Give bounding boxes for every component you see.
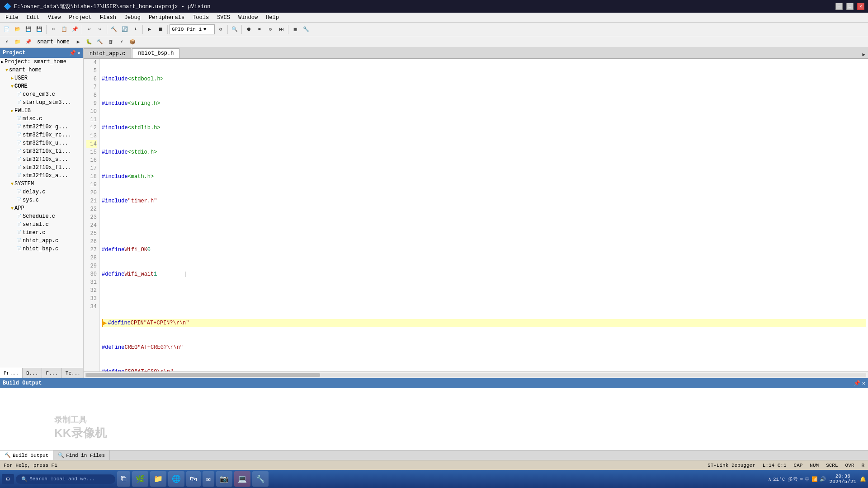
configure-button[interactable]: ⚙ xyxy=(216,24,226,34)
tb2-packages-button[interactable]: 📦 xyxy=(127,37,137,47)
menu-flash[interactable]: Flash xyxy=(96,14,120,22)
menu-edit[interactable]: Edit xyxy=(23,14,43,22)
gpio-dropdown[interactable]: GPIO_Pin_1 ▼ xyxy=(170,24,215,34)
menu-tools[interactable]: Tools xyxy=(189,14,212,22)
build-panel-close[interactable]: ✕ xyxy=(862,380,865,387)
taskbar-app-camera[interactable]: 📷 xyxy=(216,471,232,487)
stop-button[interactable]: ⏹ xyxy=(156,24,165,34)
code-editor[interactable]: 4 5 6 7 8 9 10 11 12 13 14 15 16 17 18 1… xyxy=(84,59,868,371)
menu-peripherals[interactable]: Peripherals xyxy=(145,14,188,22)
taskbar-app-edge[interactable]: 🌐 xyxy=(168,471,184,487)
build-panel-pin[interactable]: 📌 xyxy=(854,380,860,387)
title-bar-controls[interactable]: ─ □ ✕ xyxy=(835,3,864,10)
project-panel-pin[interactable]: 📌 xyxy=(69,50,76,56)
tree-item-system[interactable]: ▼ SYSTEM xyxy=(0,180,83,188)
minimize-button[interactable]: ─ xyxy=(835,3,843,10)
next-button[interactable]: ⏭ xyxy=(276,24,286,34)
copy-button[interactable]: 📋 xyxy=(59,24,69,34)
tree-item-startup[interactable]: 📄 startup_stm3... xyxy=(0,99,83,107)
notification-icon[interactable]: 🔔 xyxy=(860,476,866,482)
tree-item-stm32-t[interactable]: 📄 stm32f10x_ti... xyxy=(0,147,83,155)
tree-item-core[interactable]: ▼ CORE xyxy=(0,82,83,90)
start-button[interactable]: ⊞ xyxy=(2,474,14,484)
tb2-flash-button[interactable]: ⚡ xyxy=(117,37,127,47)
editor-tab-nbiot-app[interactable]: nbiot_app.c xyxy=(84,48,131,58)
menu-file[interactable]: File xyxy=(2,14,22,22)
tb2-debug2-button[interactable]: 🐛 xyxy=(84,37,94,47)
bottom-tab-find-in-files[interactable]: 🔍 Find in Files xyxy=(53,450,110,460)
tree-item-root[interactable]: ▶ Project: smart_home xyxy=(0,58,83,66)
panel-tab-f[interactable]: F... xyxy=(42,368,61,378)
tb2-compile-button[interactable]: 🔨 xyxy=(95,37,105,47)
open-file-button[interactable]: 📂 xyxy=(13,24,23,34)
taskbar-app-atk[interactable]: 🔧 xyxy=(252,471,269,487)
menu-help[interactable]: Help xyxy=(262,14,283,22)
tb2-btn3[interactable]: 📌 xyxy=(24,37,33,47)
tb2-clean-button[interactable]: 🗑 xyxy=(106,37,116,47)
clear-breakpoint-button[interactable]: ✖ xyxy=(255,24,264,34)
tb2-btn2[interactable]: 📁 xyxy=(13,37,23,47)
taskbar-app-taskview[interactable]: ⧉ xyxy=(117,471,130,487)
expand-icon[interactable]: ∧ xyxy=(768,476,771,482)
download-button[interactable]: ⬇ xyxy=(131,24,141,34)
menu-project[interactable]: Project xyxy=(65,14,95,22)
taskbar-search[interactable]: 🔍 Search local and we... xyxy=(16,474,115,484)
tree-item-nbiot-bsp[interactable]: 📄 nbiot_bsp.c xyxy=(0,245,83,253)
menu-debug[interactable]: Debug xyxy=(121,14,144,22)
tree-item-stm32-g[interactable]: 📄 stm32f10x_g... xyxy=(0,123,83,131)
panel-tab-b[interactable]: B... xyxy=(23,368,42,378)
tb2-btn1[interactable]: ⚡ xyxy=(2,37,12,47)
paste-button[interactable]: 📌 xyxy=(70,24,80,34)
project-panel-close[interactable]: ✕ xyxy=(77,50,80,56)
tree-item-schedule[interactable]: 📄 Schedule.c xyxy=(0,212,83,221)
menu-view[interactable]: View xyxy=(44,14,65,22)
disable-breakpoint-button[interactable]: ⊘ xyxy=(265,24,275,34)
editor-tab-nbiot-bsp[interactable]: nbiot_bsp.h xyxy=(132,48,179,58)
menu-window[interactable]: Window xyxy=(235,14,261,22)
bottom-tab-build-output[interactable]: 🔨 Build Output xyxy=(0,450,53,460)
menu-svcs[interactable]: SVCS xyxy=(213,14,234,22)
tree-item-stm32-s[interactable]: 📄 stm32f10x_s... xyxy=(0,155,83,164)
tree-item-smart-home[interactable]: ▼ smart_home xyxy=(0,66,83,74)
build-button[interactable]: 🔨 xyxy=(109,24,119,34)
tree-item-nbiot-app[interactable]: 📄 nbiot_app.c xyxy=(0,237,83,245)
tb2-run-button[interactable]: ▶ xyxy=(73,37,83,47)
tab-scroll-button[interactable]: ▶ xyxy=(859,51,868,58)
panel-tab-te[interactable]: Te... xyxy=(62,368,84,378)
tree-item-sys[interactable]: 📄 sys.c xyxy=(0,196,83,204)
taskbar-app-mail[interactable]: ✉ xyxy=(203,471,214,487)
rebuild-button[interactable]: 🔄 xyxy=(120,24,130,34)
tree-item-stm32-u[interactable]: 📄 stm32f10x_u... xyxy=(0,139,83,147)
taskbar-app-browser[interactable]: 🌿 xyxy=(132,471,148,487)
maximize-button[interactable]: □ xyxy=(846,3,854,10)
tree-item-timer[interactable]: 📄 timer.c xyxy=(0,229,83,237)
tree-item-stm32-a[interactable]: 📄 stm32f10x_a... xyxy=(0,172,83,180)
save-all-button[interactable]: 💾 xyxy=(34,24,44,34)
new-file-button[interactable]: 📄 xyxy=(2,24,12,34)
cut-button[interactable]: ✂ xyxy=(48,24,58,34)
redo-button[interactable]: ↪ xyxy=(95,24,105,34)
search-button[interactable]: 🔍 xyxy=(230,24,240,34)
tree-item-serial[interactable]: 📄 serial.c xyxy=(0,221,83,229)
save-button[interactable]: 💾 xyxy=(24,24,33,34)
tree-item-misc[interactable]: 📄 misc.c xyxy=(0,115,83,123)
close-button[interactable]: ✕ xyxy=(857,3,864,10)
tree-item-core-cm3[interactable]: 📄 core_cm3.c xyxy=(0,90,83,99)
editor-scrollbar[interactable] xyxy=(84,371,868,378)
tree-item-stm32-fl[interactable]: 📄 stm32f10x_fl... xyxy=(0,164,83,172)
grid-button[interactable]: ▦ xyxy=(290,24,300,34)
panel-tab-project[interactable]: Pr... xyxy=(0,368,23,378)
tree-item-stm32-r[interactable]: 📄 stm32f10x_rc... xyxy=(0,131,83,139)
clock[interactable]: 20:36 2024/5/21 xyxy=(830,474,856,484)
settings-button[interactable]: 🔧 xyxy=(301,24,311,34)
tree-item-delay[interactable]: 📄 delay.c xyxy=(0,188,83,196)
tree-item-app[interactable]: ▼ APP xyxy=(0,204,83,212)
tree-item-fwlib[interactable]: ▶ FWLIB xyxy=(0,107,83,115)
debug-button[interactable]: ▶ xyxy=(145,24,155,34)
taskbar-app-vscode[interactable]: 💻 xyxy=(234,471,250,487)
breakpoint-button[interactable]: ⏺ xyxy=(244,24,254,34)
taskbar-app-store[interactable]: 🛍 xyxy=(186,471,201,487)
undo-button[interactable]: ↩ xyxy=(84,24,94,34)
tree-item-user[interactable]: ▶ USER xyxy=(0,74,83,82)
taskbar-app-explorer[interactable]: 📁 xyxy=(150,471,166,487)
